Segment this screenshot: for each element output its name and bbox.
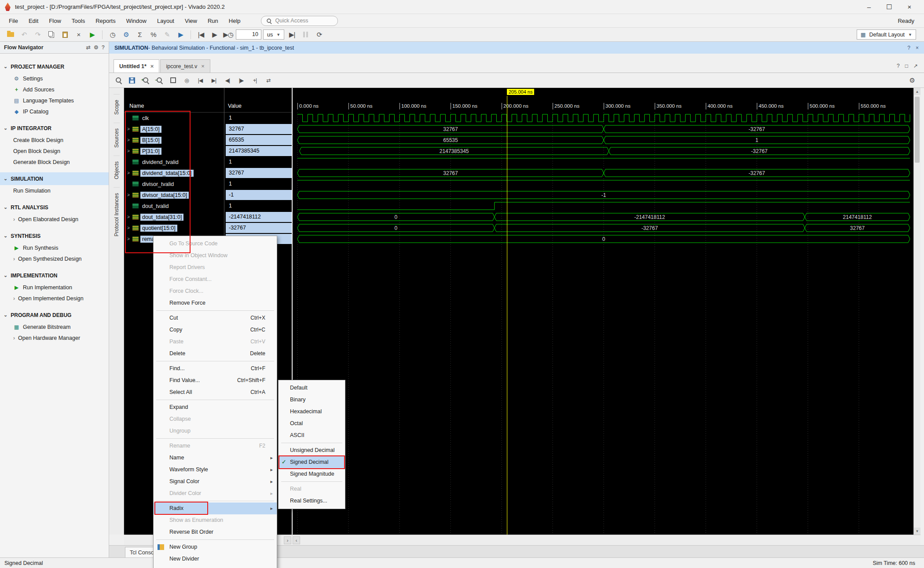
signal-row-divisor-tdata-15-0[interactable]: >divisor_tdata[15:0]-1: [124, 189, 293, 200]
signal-row-divisor-tvalid[interactable]: divisor_tvalid1: [124, 178, 293, 189]
scroll-down-icon[interactable]: ▼: [914, 528, 920, 535]
open-folder-icon[interactable]: [4, 29, 16, 40]
prev-transition-icon[interactable]: ◀|: [222, 75, 233, 86]
signal-row-clk[interactable]: clk1: [124, 113, 293, 124]
signal-name-cell[interactable]: clk: [124, 115, 225, 122]
signal-name-cell[interactable]: >dout_tdata[31:0]: [124, 214, 225, 221]
maximize-icon[interactable]: ↗: [913, 63, 918, 69]
quick-access-search[interactable]: Quick Access: [261, 16, 338, 26]
vertical-scrollbar[interactable]: ▲ ▼: [913, 88, 920, 535]
signal-row-dividend-tdata-15-0[interactable]: >dividend_tdata[15:0]32767: [124, 167, 293, 178]
menu-layout[interactable]: Layout: [152, 15, 180, 26]
restart-icon[interactable]: |◀: [195, 29, 207, 40]
run-for-icon[interactable]: ▶◷: [222, 29, 234, 40]
menu-item-expand[interactable]: Expand: [154, 401, 277, 413]
side-tab-sources[interactable]: Sources: [114, 123, 120, 153]
time-cursor[interactable]: [507, 96, 507, 535]
scroll-left-icon[interactable]: ‹: [293, 536, 300, 544]
run-all-icon[interactable]: ▶: [209, 29, 220, 40]
expand-arrow-icon[interactable]: >: [126, 226, 131, 230]
menu-item-signal-color[interactable]: Signal Color▸: [154, 476, 277, 488]
signal-row-quotient-15-0[interactable]: >quotient[15:0]-32767: [124, 222, 293, 233]
menu-item-select-all[interactable]: Select AllCtrl+A: [154, 386, 277, 398]
debug-icon[interactable]: ▶: [175, 29, 187, 40]
help-icon[interactable]: ?: [102, 44, 105, 51]
copy-icon[interactable]: [45, 29, 57, 40]
signal-row-dout-tvalid[interactable]: dout_tvalid1: [124, 200, 293, 211]
flow-section-project-manager[interactable]: ⌄PROJECT MANAGER: [0, 60, 109, 73]
percent-icon[interactable]: %: [147, 29, 159, 40]
menu-item-delete[interactable]: DeleteDelete: [154, 348, 277, 360]
menu-reports[interactable]: Reports: [90, 15, 121, 26]
flow-item-open-implemented-design[interactable]: ›Open Implemented Design: [0, 293, 109, 304]
flow-item-run-synthesis[interactable]: ▶Run Synthesis: [0, 242, 109, 253]
close-icon[interactable]: ×: [201, 63, 205, 69]
flow-item-open-block-design[interactable]: Open Block Design: [0, 146, 109, 157]
menu-file[interactable]: File: [4, 15, 23, 26]
float-icon[interactable]: □: [905, 63, 908, 69]
menu-item-find-value[interactable]: Find Value...Ctrl+Shift+F: [154, 375, 277, 386]
signal-name-cell[interactable]: >divisor_tdata[15:0]: [124, 192, 225, 199]
side-tab-protocol-instances[interactable]: Protocol Instances: [114, 187, 120, 242]
wave-settings-gear-icon[interactable]: ⚙: [909, 76, 915, 84]
signal-name-cell[interactable]: >A[15:0]: [124, 126, 225, 133]
flow-item-language-templates[interactable]: ▤Language Templates: [0, 95, 109, 106]
flow-item-add-sources[interactable]: +Add Sources: [0, 84, 109, 95]
expand-arrow-icon[interactable]: >: [126, 215, 131, 219]
flow-section-rtl-analysis[interactable]: ⌄RTL ANALYSIS: [0, 201, 109, 214]
zoom-in-icon[interactable]: +: [140, 75, 151, 86]
next-transition-icon[interactable]: |▶: [235, 75, 247, 86]
flow-item-settings[interactable]: ⚙Settings: [0, 73, 109, 84]
flow-section-implementation[interactable]: ⌄IMPLEMENTATION: [0, 269, 109, 282]
flow-section-program-and-debug[interactable]: ⌄PROGRAM AND DEBUG: [0, 309, 109, 321]
menu-item-signed-magnitude[interactable]: Signed Magnitude: [279, 468, 345, 480]
menu-tools[interactable]: Tools: [66, 15, 90, 26]
menu-run[interactable]: Run: [202, 15, 224, 26]
timeline-icon[interactable]: ◷: [106, 29, 118, 40]
menu-item-octal[interactable]: Octal: [279, 418, 345, 430]
flow-item-open-elaborated-design[interactable]: ›Open Elaborated Design: [0, 214, 109, 225]
signal-row-p-31-0[interactable]: >P[31:0]2147385345: [124, 146, 293, 157]
relaunch-icon[interactable]: ⟳: [313, 29, 325, 40]
menu-item-hexadecimal[interactable]: Hexadecimal: [279, 406, 345, 418]
menu-view[interactable]: View: [180, 15, 202, 26]
help-icon[interactable]: ?: [907, 45, 910, 51]
signal-row-a-15-0[interactable]: >A[15:0]32767: [124, 124, 293, 135]
delete-icon[interactable]: ×: [73, 29, 84, 40]
menu-item-reverse-bit-order[interactable]: Reverse Bit Order: [154, 526, 277, 538]
menu-item-remove-force[interactable]: Remove Force: [154, 297, 277, 309]
minimize-icon[interactable]: –: [859, 1, 879, 13]
side-tab-scope[interactable]: Scope: [114, 94, 120, 120]
paste-icon[interactable]: [59, 29, 71, 40]
close-icon[interactable]: ×: [916, 45, 919, 51]
menu-item-new-group[interactable]: New Group: [154, 541, 277, 553]
step-icon[interactable]: ▶|: [286, 29, 298, 40]
menu-item-waveform-style[interactable]: Waveform Style▸: [154, 464, 277, 476]
menu-edit[interactable]: Edit: [23, 15, 44, 26]
zoom-out-icon[interactable]: −: [154, 75, 165, 86]
expand-arrow-icon[interactable]: >: [126, 127, 131, 131]
toggle-icon[interactable]: ⇄: [86, 44, 91, 51]
flow-item-generate-block-design[interactable]: Generate Block Design: [0, 157, 109, 167]
sum-icon[interactable]: Σ: [134, 29, 146, 40]
close-icon[interactable]: ×: [150, 63, 154, 69]
flow-item-ip-catalog[interactable]: ◆IP Catalog: [0, 106, 109, 117]
menu-help[interactable]: Help: [224, 15, 246, 26]
menu-item-radix[interactable]: Radix▸: [154, 502, 277, 514]
time-unit-select[interactable]: us ▼: [263, 29, 284, 40]
side-tab-objects[interactable]: Objects: [114, 156, 120, 185]
layout-select[interactable]: ▦ Default Layout ▼: [857, 29, 916, 40]
menu-item-default[interactable]: Default: [279, 382, 345, 394]
zoom-fit-icon[interactable]: [167, 75, 179, 86]
save-icon[interactable]: [126, 75, 138, 86]
help-icon[interactable]: ?: [897, 63, 900, 69]
find-icon[interactable]: [113, 75, 124, 86]
add-marker-icon[interactable]: +|: [249, 75, 260, 86]
flow-item-run-implementation[interactable]: ▶Run Implementation: [0, 282, 109, 293]
menu-item-new-divider[interactable]: New Divider: [154, 553, 277, 565]
menu-item-find[interactable]: Find...Ctrl+F: [154, 363, 277, 375]
signal-name-cell[interactable]: >B[15:0]: [124, 137, 225, 144]
menu-item-real-settings[interactable]: Real Settings...: [279, 495, 345, 507]
menu-flow[interactable]: Flow: [44, 15, 66, 26]
menu-item-signed-decimal[interactable]: ✓Signed Decimal: [279, 456, 345, 468]
